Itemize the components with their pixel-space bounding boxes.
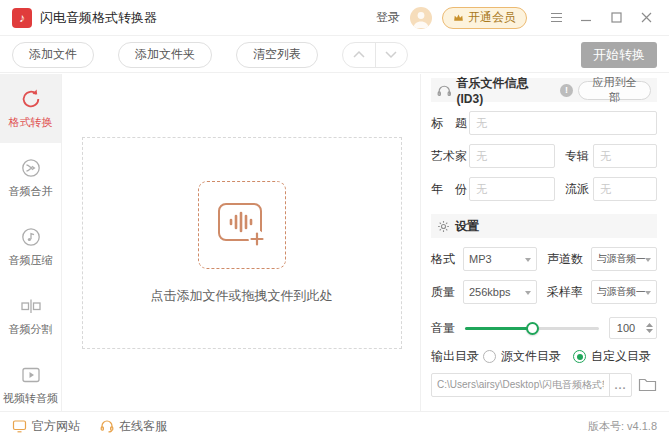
refresh-icon xyxy=(20,88,42,110)
album-input[interactable] xyxy=(593,144,657,168)
channels-dropdown[interactable]: 与源音频一致 xyxy=(591,247,657,271)
open-vip-button[interactable]: 开通会员 xyxy=(442,7,527,29)
official-website-link[interactable]: 官方网站 xyxy=(12,418,80,435)
online-support-link[interactable]: 在线客服 xyxy=(100,418,167,435)
genre-input[interactable] xyxy=(593,177,657,201)
sidebar-item-format-convert[interactable]: 格式转换 xyxy=(0,74,61,143)
avatar[interactable] xyxy=(410,7,432,29)
genre-label: 流派 xyxy=(565,181,593,198)
channels-value: 与源音频一致 xyxy=(597,252,645,266)
reorder-buttons xyxy=(342,42,408,68)
user-icon xyxy=(410,7,432,29)
sidebar-item-label: 视频转音频 xyxy=(3,391,58,406)
audio-wave-plus-icon xyxy=(216,201,268,249)
statusbar: 官方网站 在线客服 版本号: v4.1.8 xyxy=(0,411,669,440)
chevron-down-icon xyxy=(645,258,651,265)
title-label: 标 题 xyxy=(431,115,469,132)
quality-value: 256kbps xyxy=(469,286,525,298)
sidebar-item-video-to-audio[interactable]: 视频转音频 xyxy=(0,350,61,419)
volume-stepper[interactable]: 100 xyxy=(609,317,657,339)
vip-label: 开通会员 xyxy=(468,9,516,26)
channels-label: 声道数 xyxy=(547,251,585,268)
year-label: 年 份 xyxy=(431,181,469,198)
drop-zone[interactable]: 点击添加文件或拖拽文件到此处 xyxy=(82,137,402,349)
volume-slider-handle[interactable] xyxy=(526,322,539,335)
source-dir-radio[interactable]: 源文件目录 xyxy=(483,348,561,365)
info-icon[interactable] xyxy=(560,84,573,97)
file-list-area: 点击添加文件或拖拽文件到此处 xyxy=(63,74,420,411)
id3-section-header: 音乐文件信息 (ID3) 应用到全部 xyxy=(431,78,657,102)
crown-icon xyxy=(453,13,464,22)
close-icon[interactable] xyxy=(635,7,657,29)
volume-slider[interactable] xyxy=(465,327,599,330)
title-input[interactable] xyxy=(469,111,657,135)
drop-zone-hint: 点击添加文件或拖拽文件到此处 xyxy=(151,287,333,305)
app-logo-icon: ♪ xyxy=(12,8,32,28)
sidebar-item-audio-split[interactable]: 音频分割 xyxy=(0,281,61,350)
clear-list-button[interactable]: 清空列表 xyxy=(236,42,318,68)
year-input[interactable] xyxy=(469,177,555,201)
headset-icon xyxy=(100,419,114,433)
format-dropdown[interactable]: MP3 xyxy=(463,247,537,271)
volume-value: 100 xyxy=(610,322,642,334)
start-convert-button[interactable]: 开始转换 xyxy=(581,42,657,68)
volume-slider-fill xyxy=(465,327,532,330)
titlebar: ♪ 闪电音频格式转换器 登录 开通会员 xyxy=(0,0,669,36)
sidebar-item-label: 格式转换 xyxy=(9,115,53,130)
app-title: 闪电音频格式转换器 xyxy=(40,9,157,27)
add-file-button[interactable]: 添加文件 xyxy=(12,42,94,68)
samplerate-label: 采样率 xyxy=(547,284,585,301)
sidebar-item-audio-compress[interactable]: 音频压缩 xyxy=(0,212,61,281)
sidebar-item-label: 音频分割 xyxy=(9,322,53,337)
radio-unselected-icon xyxy=(483,350,496,363)
settings-section-header: 设置 xyxy=(431,214,657,238)
chevron-down-icon xyxy=(525,291,531,298)
samplerate-dropdown[interactable]: 与源音频一致 xyxy=(591,280,657,304)
login-link[interactable]: 登录 xyxy=(376,9,400,26)
sidebar-item-label: 音频合并 xyxy=(9,184,53,199)
minimize-icon[interactable] xyxy=(575,7,597,29)
video-play-icon xyxy=(20,364,42,386)
merge-icon xyxy=(20,157,42,179)
toolbar: 添加文件 添加文件夹 清空列表 开始转换 xyxy=(0,37,669,73)
move-up-icon[interactable] xyxy=(343,43,376,67)
source-dir-option-label: 源文件目录 xyxy=(501,348,561,365)
maximize-icon[interactable] xyxy=(605,7,627,29)
chevron-down-icon xyxy=(645,291,651,298)
output-path-input[interactable] xyxy=(432,380,609,391)
official-website-label: 官方网站 xyxy=(32,418,80,435)
online-support-label: 在线客服 xyxy=(119,418,167,435)
samplerate-value: 与源音频一致 xyxy=(597,285,645,299)
browse-more-button[interactable]: ... xyxy=(609,374,631,396)
apply-to-all-button[interactable]: 应用到全部 xyxy=(578,81,651,100)
quality-dropdown[interactable]: 256kbps xyxy=(463,280,537,304)
format-label: 格式 xyxy=(431,251,457,268)
custom-dir-radio[interactable]: 自定义目录 xyxy=(573,348,651,365)
add-audio-tile[interactable] xyxy=(198,181,286,269)
sidebar-item-audio-merge[interactable]: 音频合并 xyxy=(0,143,61,212)
gear-icon xyxy=(437,220,450,233)
artist-label: 艺术家 xyxy=(431,148,469,165)
move-down-icon[interactable] xyxy=(376,43,408,67)
artist-input[interactable] xyxy=(469,144,555,168)
stepper-arrows-icon[interactable] xyxy=(642,323,656,333)
music-note-circle-icon xyxy=(20,226,42,248)
sidebar: 格式转换 音频合并 音频压缩 音频分割 视频转音频 xyxy=(0,74,62,411)
custom-dir-option-label: 自定义目录 xyxy=(591,348,651,365)
menu-icon[interactable] xyxy=(545,7,567,29)
quality-label: 质量 xyxy=(431,284,457,301)
sidebar-item-label: 音频压缩 xyxy=(9,253,53,268)
album-label: 专辑 xyxy=(565,148,593,165)
folder-icon xyxy=(638,377,657,393)
open-folder-button[interactable] xyxy=(638,377,657,393)
add-folder-button[interactable]: 添加文件夹 xyxy=(118,42,212,68)
volume-label: 音量 xyxy=(431,320,457,337)
chevron-down-icon xyxy=(525,258,531,265)
output-path-field: ... xyxy=(431,373,632,397)
settings-section-title: 设置 xyxy=(455,218,479,235)
split-icon xyxy=(19,295,43,317)
radio-selected-icon xyxy=(573,350,586,363)
output-dir-label: 输出目录 xyxy=(431,348,483,365)
format-value: MP3 xyxy=(469,253,525,265)
id3-section-title: 音乐文件信息 (ID3) xyxy=(457,75,556,106)
